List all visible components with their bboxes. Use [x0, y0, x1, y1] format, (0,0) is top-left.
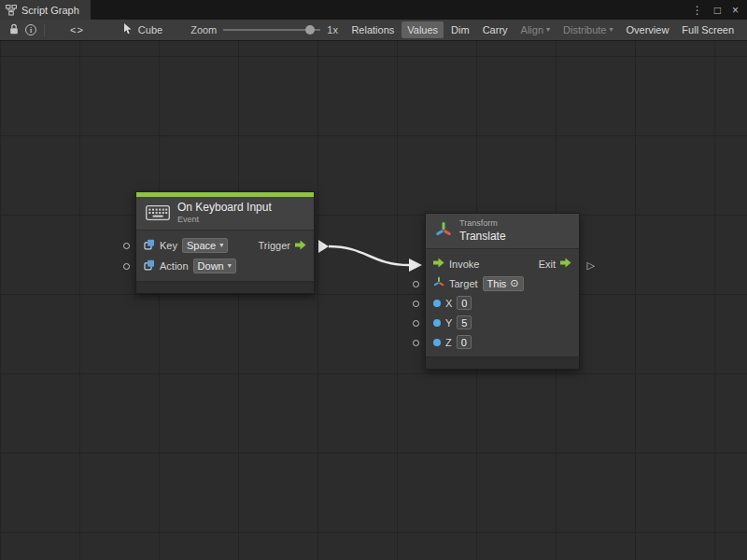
- relations-button[interactable]: Relations: [345, 21, 400, 38]
- target-object-chip[interactable]: This ⊙: [483, 276, 524, 291]
- cursor-icon: [123, 23, 134, 36]
- exit-port-label: Exit: [539, 259, 556, 270]
- key-port-row: Key Space ▾ Trigger: [136, 235, 314, 256]
- transform-mini-icon: [433, 276, 444, 290]
- graph-icon: [6, 5, 17, 16]
- tab-script-graph[interactable]: Script Graph: [0, 0, 91, 20]
- chevron-down-icon: ▾: [228, 262, 232, 270]
- node-footer: [136, 281, 314, 293]
- target-input-port[interactable]: [413, 281, 419, 287]
- y-input-port[interactable]: [413, 320, 419, 327]
- action-port-label: Action: [160, 260, 189, 272]
- carry-button[interactable]: Carry: [477, 21, 514, 38]
- x-port-label: X: [445, 298, 452, 309]
- z-value-field[interactable]: 0: [457, 335, 472, 349]
- z-port-label: Z: [445, 337, 452, 348]
- lock-button[interactable]: [6, 21, 22, 38]
- node-title: Translate: [459, 230, 506, 244]
- exit-flow-port-icon[interactable]: ▷: [587, 260, 595, 271]
- code-view-button[interactable]: <>: [70, 24, 84, 35]
- graph-toolbar: i <> Cube Zoom 1x Relations Values Dim C…: [0, 20, 747, 41]
- zoom-slider[interactable]: [223, 24, 320, 35]
- action-port-row: Action Down ▾: [136, 256, 314, 276]
- invoke-port-label: Invoke: [449, 259, 479, 270]
- z-value-port-icon: [433, 339, 441, 346]
- connection-wire: [0, 41, 747, 560]
- x-input-port[interactable]: [413, 301, 419, 307]
- chevron-down-icon: ▾: [546, 26, 550, 34]
- zoom-control: Zoom 1x: [190, 24, 338, 35]
- overview-button[interactable]: Overview: [621, 21, 675, 38]
- key-port-label: Key: [160, 240, 177, 251]
- zoom-value: 1x: [327, 24, 338, 35]
- values-button[interactable]: Values: [402, 21, 444, 38]
- chevron-down-icon: ▾: [219, 242, 223, 249]
- node-subtitle: Event: [177, 215, 272, 225]
- maximize-icon[interactable]: □: [714, 5, 721, 16]
- key-dropdown[interactable]: Space ▾: [182, 238, 228, 253]
- fullscreen-button[interactable]: Full Screen: [676, 21, 740, 38]
- align-button[interactable]: Align▾: [515, 21, 556, 38]
- tab-title: Script Graph: [21, 5, 79, 16]
- chevron-down-icon: ▾: [610, 26, 613, 34]
- z-port-row: Z 0: [426, 332, 579, 352]
- node-category: Transform: [459, 218, 506, 229]
- node-on-keyboard-input[interactable]: On Keyboard Input Event Key Space ▾: [135, 191, 315, 294]
- x-port-row: X 0: [426, 293, 579, 313]
- toolbar-separator: [44, 24, 45, 36]
- menu-icon[interactable]: ⋮: [692, 5, 703, 16]
- close-icon[interactable]: ×: [732, 5, 739, 16]
- keyboard-icon: [146, 205, 170, 222]
- target-picker-icon[interactable]: ⊙: [510, 277, 518, 289]
- distribute-button[interactable]: Distribute▾: [557, 21, 618, 38]
- y-value-field[interactable]: 5: [457, 315, 472, 329]
- zoom-label: Zoom: [190, 24, 217, 35]
- toolbar-right-group: Relations Values Dim Carry Align▾ Distri…: [345, 21, 741, 38]
- z-input-port[interactable]: [413, 340, 419, 346]
- transform-icon: [435, 221, 452, 241]
- y-value-port-icon: [433, 319, 441, 327]
- graph-target-label: Cube: [138, 24, 162, 35]
- titlebar: Script Graph ⋮ □ ×: [0, 0, 747, 20]
- node-header[interactable]: Transform Translate: [426, 214, 579, 249]
- node-footer: [426, 357, 579, 369]
- lock-icon: [9, 23, 19, 37]
- action-dropdown[interactable]: Down ▾: [193, 259, 236, 273]
- unity-visual-scripting-window: Script Graph ⋮ □ × i <>: [0, 0, 747, 560]
- dim-button[interactable]: Dim: [445, 21, 475, 38]
- node-title: On Keyboard Input: [177, 201, 272, 215]
- x-value-port-icon: [433, 300, 441, 307]
- invoke-exit-row: Invoke Exit: [426, 254, 579, 273]
- y-port-row: Y 5: [426, 313, 579, 332]
- y-port-label: Y: [445, 317, 452, 329]
- key-input-port[interactable]: [123, 243, 130, 249]
- zoom-slider-handle[interactable]: [305, 25, 315, 35]
- trigger-port-label: Trigger: [259, 240, 290, 251]
- trigger-output-port[interactable]: [295, 240, 306, 252]
- node-translate[interactable]: Transform Translate Invoke Exit: [425, 213, 580, 370]
- node-header[interactable]: On Keyboard Input Event: [136, 197, 314, 231]
- info-icon: i: [25, 24, 36, 35]
- exit-output-port[interactable]: [560, 258, 571, 270]
- graph-canvas[interactable]: On Keyboard Input Event Key Space ▾: [0, 41, 747, 560]
- action-input-port[interactable]: [123, 263, 130, 270]
- value-port-icon: [144, 259, 155, 273]
- graph-target[interactable]: Cube: [123, 23, 162, 36]
- invoke-input-port[interactable]: [433, 258, 444, 270]
- target-port-row: Target This ⊙: [426, 273, 579, 293]
- inspector-button[interactable]: i: [22, 21, 39, 38]
- target-port-label: Target: [449, 278, 478, 289]
- window-controls: ⋮ □ ×: [692, 0, 747, 20]
- x-value-field[interactable]: 0: [457, 296, 472, 310]
- value-port-icon: [144, 239, 155, 252]
